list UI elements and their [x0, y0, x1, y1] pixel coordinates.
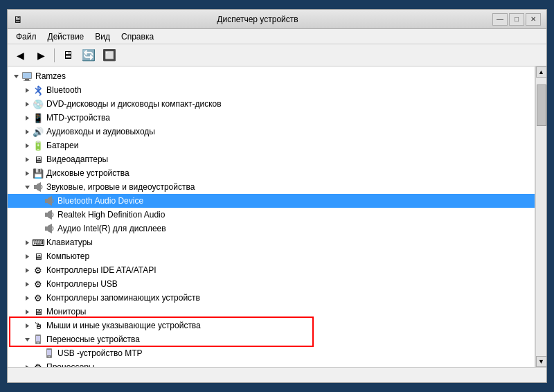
- expander-battery[interactable]: [21, 140, 33, 151]
- toolbar: ◀ ▶ 🖥 🔄 🔲: [8, 44, 546, 66]
- icon-intel-audio: [44, 223, 55, 234]
- scrollbar-track[interactable]: [536, 78, 546, 356]
- label-dvd: DVD-дисководы и дисководы компакт-дисков: [46, 99, 222, 109]
- tree-item-ide[interactable]: ⚙Контроллеры IDE ATA/ATAPI: [8, 263, 535, 277]
- close-button[interactable]: ✕: [526, 13, 541, 26]
- menu-bar: Файл Действие Вид Справка: [8, 29, 546, 44]
- expander-usb-ctrl[interactable]: [21, 278, 33, 289]
- svg-rect-2: [23, 73, 31, 78]
- scrollbar[interactable]: ▲ ▼: [535, 66, 546, 367]
- icon-audio: 🔊: [33, 126, 44, 137]
- device-tree[interactable]: RamzesBluetooth💿DVD-дисководы и дисковод…: [8, 66, 535, 367]
- menu-view[interactable]: Вид: [89, 30, 116, 43]
- svg-rect-19: [45, 213, 48, 217]
- forward-button[interactable]: ▶: [31, 46, 51, 64]
- svg-marker-22: [48, 224, 52, 233]
- uninstall-button[interactable]: 🔲: [100, 46, 119, 64]
- tree-item-processors[interactable]: ⚙Процессоры: [8, 360, 535, 367]
- tree-item-video[interactable]: 🖥Видеоадаптеры: [8, 152, 535, 166]
- tree-item-mice[interactable]: 🖱Мыши и иные указывающие устройства: [8, 319, 535, 332]
- expander-monitors[interactable]: [21, 306, 33, 317]
- svg-point-33: [37, 342, 39, 344]
- expander-dvd[interactable]: [21, 98, 33, 109]
- menu-action[interactable]: Действие: [42, 30, 90, 43]
- scrollbar-thumb[interactable]: [537, 84, 546, 126]
- tree-item-bt-audio[interactable]: Bluetooth Audio Device: [8, 194, 535, 208]
- svg-rect-21: [45, 226, 48, 231]
- expander-ramzes[interactable]: [10, 71, 21, 82]
- svg-marker-8: [26, 102, 29, 107]
- svg-rect-32: [36, 336, 40, 341]
- expander-mice[interactable]: [21, 320, 33, 331]
- tree-item-storage[interactable]: ⚙Контроллеры запоминающих устройств: [8, 291, 535, 305]
- menu-file[interactable]: Файл: [10, 30, 42, 43]
- status-bar: [8, 367, 546, 382]
- expander-storage[interactable]: [21, 292, 33, 303]
- tree-item-realtek[interactable]: Realtek High Definition Audio: [8, 208, 535, 222]
- expander-realtek[interactable]: [33, 209, 44, 220]
- svg-marker-27: [26, 296, 29, 301]
- tree-item-bluetooth[interactable]: Bluetooth: [8, 83, 535, 97]
- icon-bt-audio: [44, 195, 55, 206]
- svg-marker-13: [26, 171, 29, 176]
- minimize-button[interactable]: —: [492, 13, 508, 26]
- label-mtd: MTD-устройства: [46, 113, 110, 123]
- window-title: Диспетчер устройств: [23, 15, 492, 24]
- expander-intel-audio[interactable]: [33, 223, 44, 234]
- expander-bluetooth[interactable]: [21, 84, 33, 96]
- icon-usb-ctrl: ⚙: [33, 278, 44, 289]
- svg-marker-37: [26, 365, 29, 368]
- tree-item-usb-ctrl[interactable]: ⚙Контроллеры USB: [8, 277, 535, 291]
- icon-keyboard: ⌨: [33, 237, 44, 248]
- tree-item-keyboard[interactable]: ⌨Клавиатуры: [8, 235, 535, 249]
- label-sound: Звуковые, игровые и видеоустройства: [46, 182, 195, 192]
- expander-disk[interactable]: [21, 168, 33, 179]
- expander-ide[interactable]: [21, 265, 33, 276]
- svg-rect-15: [34, 185, 37, 189]
- expander-portable[interactable]: [21, 334, 33, 345]
- label-ramzes: Ramzes: [35, 71, 66, 81]
- expander-computer[interactable]: [21, 251, 33, 262]
- expander-processors[interactable]: [21, 362, 33, 367]
- label-mice: Мыши и иные указывающие устройства: [46, 321, 201, 330]
- tree-item-usb-mtp[interactable]: USB -устройство MTP: [8, 346, 535, 360]
- label-monitors: Мониторы: [46, 307, 86, 317]
- tree-item-sound[interactable]: Звуковые, игровые и видеоустройства: [8, 180, 535, 194]
- back-button[interactable]: ◀: [10, 46, 30, 64]
- tree-item-monitors[interactable]: 🖥Мониторы: [8, 305, 535, 319]
- scroll-down-button[interactable]: ▼: [536, 356, 547, 367]
- icon-mtd: 📱: [33, 112, 44, 123]
- menu-help[interactable]: Справка: [116, 30, 159, 43]
- tree-item-ramzes[interactable]: Ramzes: [8, 69, 535, 83]
- label-usb-mtp: USB -устройство MTP: [57, 348, 143, 358]
- label-bt-audio: Bluetooth Audio Device: [57, 196, 143, 206]
- tree-item-intel-audio[interactable]: Аудио Intel(R) для дисплеев: [8, 222, 535, 235]
- maximize-button[interactable]: □: [509, 13, 524, 26]
- label-processors: Процессоры: [46, 362, 95, 367]
- tree-item-battery[interactable]: 🔋Батареи: [8, 139, 535, 152]
- icon-ide: ⚙: [33, 265, 44, 276]
- label-computer: Компьютер: [46, 251, 89, 261]
- svg-rect-35: [47, 350, 51, 355]
- refresh-button[interactable]: 🔄: [79, 46, 98, 64]
- window-icon: 🖥: [13, 14, 23, 25]
- icon-mice: 🖱: [33, 320, 44, 331]
- expander-mtd[interactable]: [21, 112, 33, 123]
- tree-item-portable[interactable]: Переносные устройства: [8, 332, 535, 346]
- tree-item-audio[interactable]: 🔊Аудиовходы и аудиовыходы: [8, 125, 535, 139]
- tree-item-disk[interactable]: 💾Дисковые устройства: [8, 166, 535, 180]
- scroll-up-button[interactable]: ▲: [536, 66, 547, 78]
- expander-sound[interactable]: [21, 181, 33, 193]
- expander-usb-mtp[interactable]: [33, 348, 44, 359]
- svg-marker-0: [14, 75, 19, 78]
- tree-item-mtd[interactable]: 📱MTD-устройства: [8, 111, 535, 125]
- svg-marker-9: [26, 116, 29, 121]
- expander-video[interactable]: [21, 154, 33, 165]
- label-ide: Контроллеры IDE ATA/ATAPI: [46, 265, 157, 275]
- expander-bt-audio[interactable]: [33, 195, 44, 206]
- tree-item-computer[interactable]: 🖥Компьютер: [8, 249, 535, 263]
- svg-marker-24: [26, 254, 29, 259]
- tree-item-dvd[interactable]: 💿DVD-дисководы и дисководы компакт-диско…: [8, 97, 535, 111]
- expander-audio[interactable]: [21, 126, 33, 137]
- properties-button[interactable]: 🖥: [58, 46, 78, 64]
